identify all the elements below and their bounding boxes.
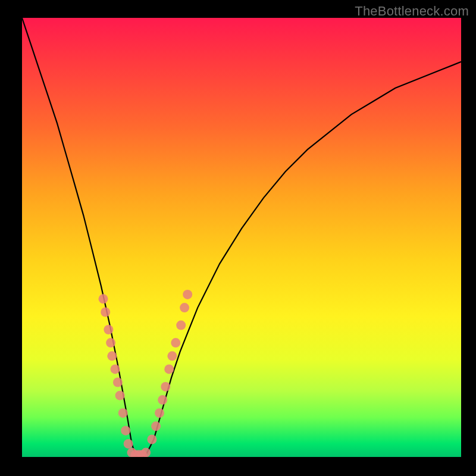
chart-frame: TheBottleneck.com: [0, 0, 476, 476]
highlight-dot: [113, 378, 123, 387]
highlight-dot: [118, 408, 128, 418]
bottleneck-curve: [22, 18, 461, 457]
highlight-dot: [99, 294, 108, 303]
plot-area: [22, 18, 461, 457]
highlight-dot: [151, 421, 161, 431]
highlight-dot: [104, 325, 113, 334]
highlight-dot: [124, 439, 133, 449]
highlight-dot: [158, 395, 167, 405]
highlight-dot: [121, 426, 130, 436]
highlight-dot: [171, 338, 180, 347]
highlight-dot: [147, 435, 156, 444]
watermark-text: TheBottleneck.com: [355, 4, 469, 19]
highlight-dot: [176, 321, 186, 330]
highlight-dot: [107, 351, 117, 361]
bottleneck-curve-svg: [22, 18, 461, 457]
highlight-dots: [99, 290, 193, 457]
highlight-dot: [161, 382, 170, 392]
highlight-dot: [101, 308, 110, 317]
highlight-dot: [106, 338, 115, 347]
highlight-dot: [167, 351, 177, 361]
highlight-dot: [183, 290, 192, 299]
highlight-dot: [141, 448, 151, 457]
highlight-dot: [155, 408, 164, 418]
highlight-dot: [115, 391, 125, 400]
highlight-dot: [111, 364, 120, 374]
highlight-dot: [180, 303, 189, 312]
highlight-dot: [164, 364, 174, 374]
